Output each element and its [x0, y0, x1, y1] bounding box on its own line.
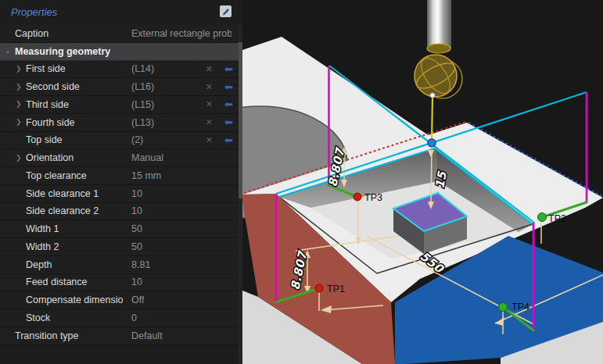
property-row-orientation[interactable]: ❯OrientationManual: [0, 149, 242, 167]
property-label: Feed distance: [26, 277, 88, 287]
property-label: Orientation: [26, 152, 74, 163]
pick-geometry-arrow-icon[interactable]: ⬅: [224, 99, 233, 109]
property-value[interactable]: Off: [131, 294, 144, 305]
property-label: Transition type: [15, 330, 79, 341]
property-label: Measuring geometry: [15, 46, 110, 57]
property-value[interactable]: External rectangle probi: [131, 28, 232, 39]
section-row-measuring-geometry[interactable]: ⌄Measuring geometry: [0, 43, 242, 61]
property-label: Third side: [26, 99, 69, 110]
probe-collar: [427, 44, 450, 53]
tp4-label: TP4: [511, 302, 529, 312]
expand-chevron-icon[interactable]: ❯: [16, 155, 26, 162]
property-value[interactable]: (L15): [131, 99, 154, 110]
property-label: Depth: [26, 259, 52, 270]
property-label: Side clearance 2: [26, 205, 99, 216]
touch-point-tp2[interactable]: [538, 213, 547, 222]
property-row-third-side[interactable]: ❯Third side(L15)✕⬅: [0, 96, 242, 114]
measure-center-point[interactable]: [428, 139, 436, 147]
section-collapse-icon[interactable]: ⌄: [5, 48, 15, 55]
property-label: First side: [26, 63, 66, 74]
property-value[interactable]: 10: [131, 277, 142, 287]
pick-geometry-arrow-icon[interactable]: ⬅: [224, 117, 233, 127]
property-label: Stock: [26, 312, 50, 323]
property-value[interactable]: 50: [131, 241, 142, 252]
probe-path-line: [432, 97, 433, 142]
clear-selection-icon[interactable]: ✕: [206, 64, 213, 74]
properties-header: Properties: [0, 0, 242, 25]
property-label: Side clearance 1: [26, 188, 99, 199]
viewport-3d[interactable]: TP1 TP2 TP3 TP4 8.807 8.807 15 550: [242, 0, 603, 364]
property-label: Compensate dimensio: [26, 294, 123, 305]
property-label: Fourth side: [26, 117, 75, 128]
property-row-feed-distance[interactable]: Feed distance10: [0, 274, 242, 292]
property-row-stock[interactable]: Stock0: [0, 309, 242, 327]
property-row-fourth-side[interactable]: ❯Fourth side(L13)✕⬅: [0, 114, 242, 132]
property-label: Caption: [15, 28, 48, 39]
property-row-depth[interactable]: Depth8.81: [0, 256, 242, 274]
property-row-top-side[interactable]: Top side(2)✕⬅: [0, 132, 242, 150]
properties-rows: CaptionExternal rectangle probi⌄Measurin…: [0, 25, 242, 345]
properties-panel: Properties CaptionExternal rectangle pro…: [0, 0, 242, 364]
property-row-top-clearance[interactable]: Top clearance15 mm: [0, 167, 242, 185]
app-window: Properties CaptionExternal rectangle pro…: [0, 0, 603, 364]
expand-chevron-icon[interactable]: ❯: [16, 84, 26, 91]
pick-geometry-arrow-icon[interactable]: ⬅: [224, 135, 233, 145]
property-row-transition-type[interactable]: Transition typeDefault: [0, 327, 242, 345]
touch-point-tp4[interactable]: [499, 303, 508, 312]
property-value[interactable]: 50: [131, 223, 142, 234]
property-row-first-side[interactable]: ❯First side(L14)✕⬅: [0, 61, 242, 79]
tp2-label: TP2: [548, 213, 566, 224]
property-row-caption[interactable]: CaptionExternal rectangle probi: [0, 25, 242, 43]
property-value[interactable]: (2): [131, 134, 143, 145]
viewport-canvas: TP1 TP2 TP3 TP4 8.807 8.807 15 550: [242, 0, 603, 364]
panel-title: Properties: [11, 6, 57, 18]
clear-selection-icon[interactable]: ✕: [206, 117, 213, 127]
property-row-side-clearance-1[interactable]: Side clearance 110: [0, 185, 242, 203]
property-value[interactable]: 0: [131, 312, 137, 323]
expand-chevron-icon[interactable]: ❯: [16, 119, 26, 126]
touch-point-tp3[interactable]: [354, 193, 361, 201]
pick-geometry-arrow-icon[interactable]: ⬅: [224, 64, 233, 74]
property-row-side-clearance-2[interactable]: Side clearance 210: [0, 203, 242, 221]
property-value[interactable]: 10: [131, 188, 142, 199]
property-value[interactable]: 8.81: [131, 259, 150, 270]
expand-chevron-icon[interactable]: ❯: [16, 66, 26, 73]
property-value[interactable]: 10: [131, 205, 142, 216]
property-value[interactable]: (L14): [131, 63, 154, 74]
property-row-width-2[interactable]: Width 250: [0, 238, 242, 256]
probe-tip-point: [430, 93, 435, 98]
clear-selection-icon[interactable]: ✕: [206, 135, 213, 145]
property-label: Width 2: [26, 241, 59, 252]
property-label: Top clearance: [26, 170, 87, 181]
property-label: Second side: [26, 81, 80, 92]
property-row-compensate-dimensio[interactable]: Compensate dimensioOff: [0, 291, 242, 309]
tp3-label: TP3: [364, 192, 382, 203]
property-value[interactable]: (L13): [131, 117, 154, 128]
property-value[interactable]: Manual: [131, 152, 163, 163]
touch-point-tp1[interactable]: [315, 284, 323, 292]
probe-shank: [427, 0, 451, 48]
property-label: Top side: [26, 134, 63, 145]
clear-selection-icon[interactable]: ✕: [206, 82, 213, 92]
edit-pencil-icon[interactable]: [219, 5, 232, 18]
property-value[interactable]: Default: [131, 330, 163, 341]
pick-geometry-arrow-icon[interactable]: ⬅: [224, 82, 233, 92]
property-row-second-side[interactable]: ❯Second side(L16)✕⬅: [0, 78, 242, 96]
expand-chevron-icon[interactable]: ❯: [16, 101, 26, 108]
clear-selection-icon[interactable]: ✕: [206, 99, 213, 109]
property-value[interactable]: 15 mm: [131, 170, 161, 181]
property-label: Width 1: [26, 223, 59, 234]
tp1-label: TP1: [327, 284, 345, 294]
property-value[interactable]: (L16): [131, 81, 154, 92]
property-row-width-1[interactable]: Width 150: [0, 220, 242, 238]
